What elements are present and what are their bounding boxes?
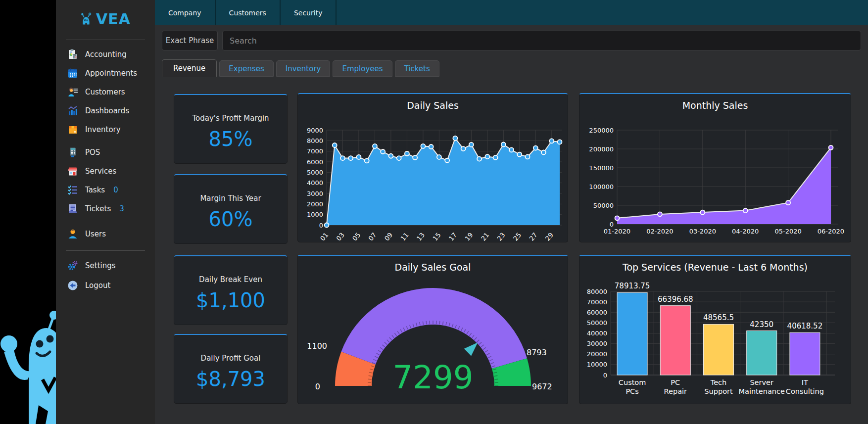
sidebar-item-label: Users <box>85 230 106 238</box>
svg-text:17: 17 <box>447 231 458 241</box>
tab-employees[interactable]: Employees <box>333 60 392 77</box>
svg-text:04-2020: 04-2020 <box>732 228 759 235</box>
daily-sales-panel: Daily Sales 0100020003000400050006000700… <box>297 93 568 242</box>
kpi-value: 85% <box>174 128 287 150</box>
svg-text:PCs: PCs <box>626 387 638 395</box>
accounting-icon <box>67 48 79 60</box>
svg-text:200000: 200000 <box>589 145 614 153</box>
sidebar-item-label: Appointments <box>85 69 137 78</box>
kpi-label: Daily Profit Goal <box>174 354 287 363</box>
kpi-card-margin-year: Margin This Year 60% <box>174 174 288 244</box>
sidebar-item-label: Tasks <box>85 186 105 194</box>
kpi-value: 60% <box>174 208 287 231</box>
svg-text:Server: Server <box>750 378 773 386</box>
kpi-card-profit-goal: Daily Profit Goal $8,793 <box>174 334 288 404</box>
svg-text:01-2020: 01-2020 <box>604 228 630 235</box>
sidebar-item-label: Dashboards <box>85 106 129 115</box>
tickets-count-badge: 3 <box>119 204 124 213</box>
svg-text:0: 0 <box>603 372 607 379</box>
svg-text:21: 21 <box>480 231 490 241</box>
svg-text:02-2020: 02-2020 <box>646 228 673 235</box>
tickets-icon <box>67 203 79 215</box>
svg-text:0: 0 <box>315 382 320 391</box>
svg-text:42350: 42350 <box>750 320 773 329</box>
sidebar-item-label: Customers <box>85 88 125 96</box>
tab-tickets[interactable]: Tickets <box>395 60 439 77</box>
appointments-icon <box>67 67 79 79</box>
svg-text:50000: 50000 <box>587 319 607 327</box>
svg-text:03-2020: 03-2020 <box>689 228 716 235</box>
app-logo: V≡ VEA <box>56 0 155 37</box>
svg-text:48565.5: 48565.5 <box>703 313 734 322</box>
svg-text:23: 23 <box>495 231 506 241</box>
svg-text:40000: 40000 <box>587 330 607 337</box>
svg-text:150000: 150000 <box>589 164 614 172</box>
svg-text:09: 09 <box>383 231 394 241</box>
svg-text:250000: 250000 <box>589 127 614 134</box>
nav-security-button[interactable]: Security <box>281 0 337 25</box>
tab-expenses[interactable]: Expenses <box>219 60 273 77</box>
tasks-count-badge: 0 <box>113 186 118 194</box>
sidebar-item-pos[interactable]: POS <box>56 143 155 162</box>
tab-inventory[interactable]: Inventory <box>276 60 331 77</box>
kpi-card-break-even: Daily Break Even $1,100 <box>174 255 288 325</box>
svg-text:29: 29 <box>544 231 555 241</box>
svg-text:6000: 6000 <box>307 158 323 166</box>
svg-text:IT: IT <box>802 378 808 386</box>
left-strip <box>0 0 56 424</box>
svg-text:80000: 80000 <box>587 288 607 295</box>
svg-text:13: 13 <box>415 231 426 241</box>
sidebar-item-customers[interactable]: Customers <box>56 83 155 101</box>
svg-text:2000: 2000 <box>307 200 323 208</box>
svg-text:4000: 4000 <box>307 179 323 187</box>
sidebar-item-label: Settings <box>85 261 116 270</box>
svg-text:3000: 3000 <box>307 190 323 197</box>
nav-customers-button[interactable]: Customers <box>216 0 281 25</box>
exact-phrase-button[interactable]: Exact Phrase <box>162 31 218 50</box>
sidebar-item-users[interactable]: Users <box>56 225 155 243</box>
sidebar-item-label: Inventory <box>85 125 121 134</box>
kpi-value: $8,793 <box>174 368 287 390</box>
top-nav: Company Customers Security <box>155 0 868 25</box>
customers-icon <box>67 86 79 98</box>
svg-text:Consulting: Consulting <box>786 387 824 395</box>
sidebar-item-inventory[interactable]: Inventory <box>56 120 155 139</box>
dashboards-icon <box>67 105 79 117</box>
sidebar-item-accounting[interactable]: Accounting <box>56 45 155 64</box>
svg-text:05-2020: 05-2020 <box>774 228 801 235</box>
sidebar-item-settings[interactable]: Settings <box>56 256 155 276</box>
sidebar-item-appointments[interactable]: Appointments <box>56 64 155 83</box>
monthly-sales-panel: Monthly Sales 05000010000015000020000025… <box>579 93 851 242</box>
svg-text:Custom: Custom <box>619 378 646 386</box>
sidebar-item-tickets[interactable]: Tickets 3 <box>56 199 155 218</box>
svg-text:05: 05 <box>351 231 362 241</box>
svg-text:7000: 7000 <box>307 147 323 155</box>
svg-text:0: 0 <box>610 221 614 228</box>
svg-text:5000: 5000 <box>307 169 323 176</box>
search-input[interactable] <box>222 31 861 50</box>
sidebar-item-label: POS <box>85 148 100 157</box>
sidebar-item-services[interactable]: Services <box>56 162 155 181</box>
sidebar-item-label: Services <box>85 167 116 176</box>
svg-text:10000: 10000 <box>587 361 607 368</box>
sidebar-item-tasks[interactable]: Tasks 0 <box>56 181 155 199</box>
robot-logo-icon: V≡ <box>80 8 92 30</box>
main-area: Company Customers Security Exact Phrase … <box>155 0 868 424</box>
svg-text:15: 15 <box>432 231 442 241</box>
svg-text:30000: 30000 <box>587 340 607 347</box>
nav-company-button[interactable]: Company <box>155 0 216 25</box>
tab-revenue[interactable]: Revenue <box>162 59 217 77</box>
sidebar-item-dashboards[interactable]: Dashboards <box>56 101 155 120</box>
top-services-bar-chart: 0100002000030000400005000060000700008000… <box>579 256 851 403</box>
sidebar-item-label: Tickets <box>85 204 111 213</box>
svg-text:40618.52: 40618.52 <box>787 322 823 330</box>
svg-text:8000: 8000 <box>307 137 323 144</box>
svg-text:60000: 60000 <box>587 309 607 316</box>
sidebar-item-logout[interactable]: Logout <box>56 276 155 295</box>
kpi-value: $1,100 <box>174 289 287 312</box>
svg-text:Tech: Tech <box>710 378 726 386</box>
services-icon <box>67 165 79 177</box>
svg-text:20000: 20000 <box>587 350 607 358</box>
monthly-sales-chart: 05000010000015000020000025000001-202002-… <box>579 94 851 241</box>
daily-sales-goal-gauge: 01100879396727299 <box>298 256 568 403</box>
